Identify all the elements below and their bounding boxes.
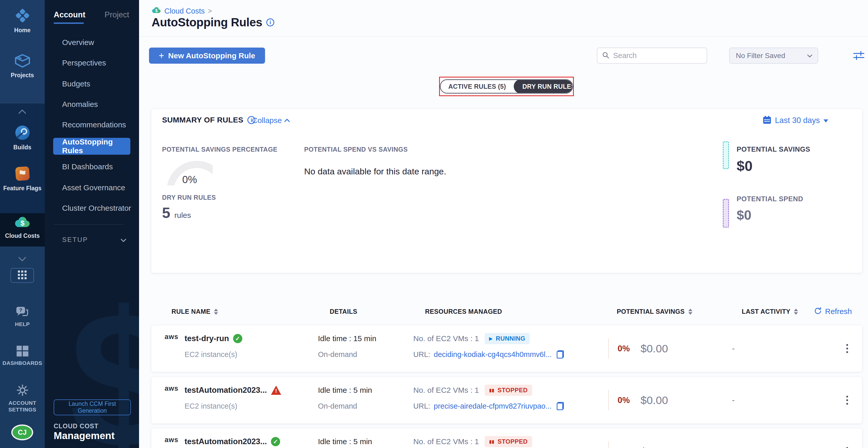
row-menu-kebab-icon[interactable] [841, 447, 852, 448]
nav-item-bi-dashboards[interactable]: BI Dashboards [62, 162, 113, 171]
savings-pct-label: POTENTIAL SAVINGS PERCENTAGE [162, 146, 278, 153]
svg-text:?: ? [19, 307, 22, 313]
nav-setup-toggle[interactable]: SETUP [62, 236, 88, 244]
col-potential-savings[interactable]: POTENTIAL SAVINGS [617, 308, 692, 315]
title-info-icon[interactable] [266, 19, 274, 26]
breadcrumb-link[interactable]: Cloud Costs [164, 7, 205, 16]
url-label: URL: [413, 350, 430, 359]
apps-grid-icon [18, 271, 27, 280]
savings-gauge: 0% [167, 161, 213, 185]
app-root: Home Projects Builds [0, 0, 868, 448]
idle-time: Idle time : 15 min [318, 332, 376, 345]
nav-item-label: AutoStopping Rules [62, 138, 130, 155]
user-avatar[interactable]: CJ [11, 424, 33, 440]
nav-item-perspectives[interactable]: Perspectives [62, 58, 106, 67]
savings-amount: $0.00 [641, 445, 668, 448]
potential-savings-bar [723, 141, 729, 169]
last-activity: - [732, 344, 735, 353]
tab-project[interactable]: Project [104, 10, 129, 20]
no-data-message: No data available for this date range. [304, 167, 446, 176]
col-rule-name[interactable]: RULE NAME [172, 308, 218, 315]
nav-item-recommendations[interactable]: Recommendations [62, 120, 126, 129]
sidebar-item-label: Cloud Costs [5, 233, 40, 239]
rule-name[interactable]: testAutomation2023... [185, 437, 267, 446]
gauge-value: 0% [167, 174, 213, 185]
saved-filter-value: No Filter Saved [736, 52, 785, 60]
search-box [597, 48, 707, 64]
refresh-icon [814, 307, 822, 316]
nav-item-overview[interactable]: Overview [62, 38, 94, 47]
refresh-button[interactable]: Refresh [814, 307, 852, 316]
sidebar-item-account-settings[interactable]: ACCOUNT SETTINGS [0, 384, 45, 413]
copy-icon[interactable] [557, 402, 564, 410]
breadcrumb-separator: > [208, 7, 212, 15]
collapse-link[interactable]: Collapse [252, 116, 289, 125]
chevron-down-icon[interactable] [121, 237, 126, 242]
sidebar-item-home[interactable]: Home [0, 8, 45, 33]
rules-toggle: ACTIVE RULES (5) DRY RUN RULES (5) [440, 79, 573, 94]
module-sidebar: Home Projects Builds [0, 0, 45, 448]
nav-item-anomalies[interactable]: Anomalies [62, 100, 98, 109]
annotation-highlight-box: ACTIVE RULES (5) DRY RUN RULES (5) [439, 77, 574, 96]
nav-item-cluster-orchestrator[interactable]: Cluster Orchestrator [62, 204, 131, 213]
tab-account[interactable]: Account [54, 10, 85, 20]
nav-item-autostopping-rules[interactable]: AutoStopping Rules [53, 138, 130, 155]
sidebar-item-cloud-costs[interactable]: $ Cloud Costs [0, 216, 45, 239]
col-last-activity[interactable]: LAST ACTIVITY [742, 308, 798, 315]
savings-amount: $0.00 [641, 342, 668, 355]
potential-spend-label: POTENTIAL SPEND [737, 195, 803, 203]
chevron-down-icon [807, 53, 812, 58]
sidebar-item-label: Feature Flags [3, 185, 42, 191]
sidebar-item-label: Projects [11, 72, 34, 79]
sidebar-item-label: Home [14, 27, 31, 33]
filter-panel-button[interactable] [852, 50, 865, 61]
svg-text:$: $ [155, 8, 158, 13]
sort-icon[interactable] [214, 309, 218, 315]
rule-row[interactable]: aws testAutomation2023... ✓ Idle time : … [151, 428, 862, 448]
idle-time: Idle time : 5 min [318, 384, 372, 397]
sidebar-item-dashboards[interactable]: DASHBOARDS [0, 346, 45, 366]
row-menu-kebab-icon[interactable] [841, 396, 852, 405]
search-input[interactable] [613, 51, 702, 60]
vm-count: No. of EC2 VMs : 1 [413, 386, 479, 394]
new-autostopping-rule-button[interactable]: + New AutoStopping Rule [149, 48, 265, 64]
sort-icon[interactable] [688, 309, 692, 315]
brand-eyebrow: CLOUD COST [54, 422, 98, 430]
idle-time: Idle time : 5 min [318, 435, 372, 448]
rule-row[interactable]: aws test-dry-run ✓ EC2 instance(s) Idle … [151, 325, 862, 372]
active-rules-tab[interactable]: ACTIVE RULES (5) [441, 80, 514, 93]
sidebar-item-feature-flags[interactable]: Feature Flags [0, 166, 45, 191]
rule-url-link[interactable]: deciding-kodiak-cg4qcs4h0mmv6l... [434, 350, 552, 359]
nav-item-budgets[interactable]: Budgets [62, 79, 90, 88]
last-activity: - [732, 395, 735, 405]
vm-count: No. of EC2 VMs : 1 [413, 334, 479, 343]
rule-row[interactable]: aws testAutomation2023... ! EC2 instance… [151, 377, 862, 424]
rule-name[interactable]: test-dry-run [185, 334, 229, 343]
sidebar-item-projects[interactable]: Projects [0, 53, 45, 79]
spend-vs-savings-label: POTENTIAL SPEND VS SAVINGS [304, 146, 408, 153]
potential-savings-label: POTENTIAL SAVINGS [737, 146, 810, 153]
rule-name[interactable]: testAutomation2023... [185, 386, 267, 395]
dry-run-count: 5 rules [162, 204, 191, 221]
module-apps-button[interactable] [10, 268, 34, 283]
fulfilment: On-demand [318, 348, 357, 361]
rule-url-link[interactable]: precise-airedale-cfpmv827riuvpao... [434, 402, 552, 410]
copy-icon[interactable] [557, 350, 564, 359]
nav-divider [54, 224, 124, 225]
dry-run-rules-tab[interactable]: DRY RUN RULES (5) [514, 79, 573, 94]
dollar-watermark: $ [69, 268, 139, 448]
saved-filter-dropdown[interactable]: No Filter Saved [729, 48, 818, 64]
date-range-dropdown[interactable]: Last 30 days [763, 116, 828, 125]
breadcrumb[interactable]: $ Cloud Costs > [152, 7, 212, 16]
sidebar-item-label: HELP [15, 321, 30, 328]
sidebar-item-help[interactable]: ? HELP [0, 306, 45, 328]
sidebar-item-builds[interactable]: Builds [0, 125, 45, 151]
sort-icon[interactable] [794, 309, 798, 315]
vm-count: No. of EC2 VMs : 1 [413, 437, 479, 446]
success-icon: ✓ [271, 437, 280, 446]
nav-item-asset-governance[interactable]: Asset Governance [62, 183, 125, 192]
launch-ccm-first-gen-button[interactable]: Launch CCM FirstGeneration [54, 399, 131, 415]
potential-spend-value: $0 [737, 207, 751, 223]
chevron-up-icon [284, 119, 290, 124]
row-menu-kebab-icon[interactable] [841, 344, 852, 353]
